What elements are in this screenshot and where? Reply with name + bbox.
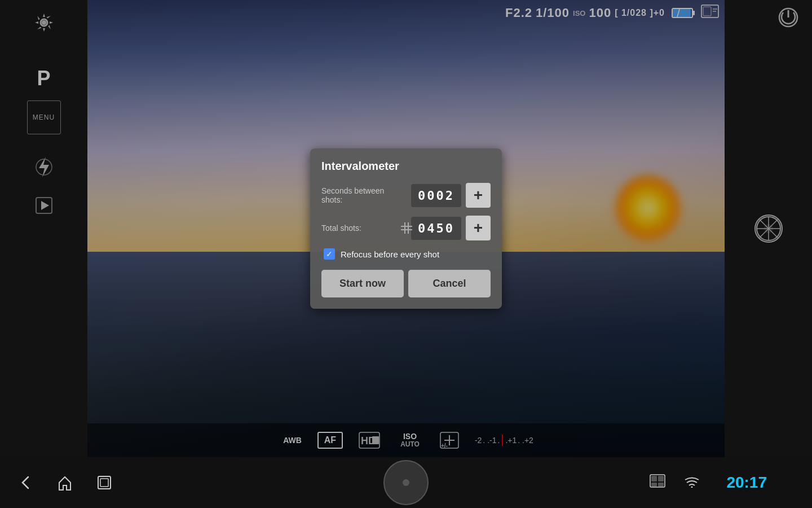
system-navbar: 20:17 [0, 457, 812, 508]
svg-point-36 [691, 486, 693, 488]
svg-rect-33 [658, 476, 664, 481]
refocus-label: Refocus before every shot [341, 249, 439, 259]
nav-circle-button[interactable] [383, 460, 429, 505]
recents-button[interactable] [90, 468, 118, 497]
svg-rect-30 [100, 479, 108, 487]
back-button[interactable] [11, 468, 39, 497]
home-button[interactable] [51, 468, 79, 497]
refocus-row: ✓ Refocus before every shot [321, 248, 491, 260]
total-shots-plus-button[interactable]: + [466, 216, 491, 240]
total-shots-display[interactable]: 0450 [411, 217, 461, 240]
seconds-display[interactable]: 0002 [411, 184, 461, 207]
bracket-br [401, 222, 409, 230]
cancel-button[interactable]: Cancel [408, 270, 491, 297]
refocus-checkbox[interactable]: ✓ [324, 248, 335, 260]
svg-rect-34 [651, 483, 657, 487]
total-label: Total shots: [321, 224, 402, 233]
seconds-row: Seconds between shots: 0002 + [321, 183, 491, 208]
wifi-icon [685, 475, 699, 491]
modal-overlay: Intervalometer Seconds between shots: 00… [0, 0, 812, 457]
nav-dot [403, 479, 409, 486]
svg-rect-32 [651, 476, 657, 481]
seconds-plus-button[interactable]: + [466, 183, 491, 208]
intervalometer-dialog: Intervalometer Seconds between shots: 00… [310, 148, 502, 309]
start-now-button[interactable]: Start now [321, 270, 404, 297]
svg-rect-35 [658, 483, 664, 487]
dialog-title: Intervalometer [321, 160, 491, 173]
total-shots-row: Total shots: 0450 + [321, 216, 491, 240]
dialog-buttons: Start now Cancel [321, 270, 491, 297]
gallery-button[interactable] [650, 474, 665, 491]
seconds-label: Seconds between shots: [321, 186, 407, 204]
system-clock: 20:17 [726, 474, 767, 492]
